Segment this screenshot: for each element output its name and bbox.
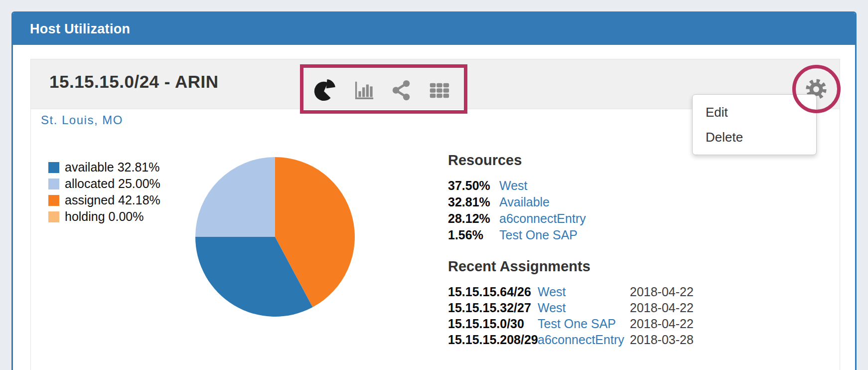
resource-percent: 32.81% [448,194,499,210]
assignment-resource-link[interactable]: West [538,284,630,300]
assignment-row: 15.15.15.0/30Test One SAP2018-04-22 [448,316,747,332]
legend-item: holding 0.00% [48,208,160,225]
grid-icon[interactable] [428,79,450,102]
assignment-block: 15.15.15.32/27 [448,300,538,316]
assignment-block: 15.15.15.64/26 [448,284,538,300]
pie-chart-icon[interactable] [313,79,336,102]
legend-label: assigned 42.18% [65,193,160,207]
pie-slice-allocated [195,157,275,237]
resource-link[interactable]: Test One SAP [499,228,578,242]
legend-label: holding 0.00% [65,209,144,224]
assignment-date: 2018-04-22 [630,317,694,331]
legend-item: assigned 42.18% [48,192,160,208]
details-column: Resources 37.50%West32.81%Available28.12… [448,152,747,348]
resource-link[interactable]: Available [499,195,550,209]
utilization-pie-chart [195,157,355,317]
legend-label: available 32.81% [65,160,159,175]
legend-swatch [48,179,59,189]
menu-item-delete[interactable]: Delete [693,125,816,150]
resources-rows: 37.50%West32.81%Available28.12%a6connect… [448,178,747,243]
legend-swatch [48,162,59,173]
resource-row: 32.81%Available [448,194,747,210]
legend-item: allocated 25.00% [48,176,160,192]
resource-link[interactable]: West [499,179,528,192]
assignment-block: 15.15.15.0/30 [448,316,538,332]
recent-assignments-rows: 15.15.15.64/26West2018-04-2215.15.15.32/… [448,284,747,348]
pie-legend: available 32.81%allocated 25.00%assigned… [48,159,160,225]
legend-label: allocated 25.00% [65,177,160,191]
resource-percent: 1.56% [448,227,499,243]
location-link[interactable]: St. Louis, MO [41,113,123,127]
legend-swatch [48,211,59,222]
resource-percent: 28.12% [448,210,499,227]
recent-assignments-heading: Recent Assignments [448,258,747,275]
legend-item: available 32.81% [48,159,160,176]
assignment-row: 15.15.15.64/26West2018-04-22 [448,284,747,300]
share-icon[interactable] [390,79,413,102]
host-utilization-panel: Host Utilization 15.15.15.0/24 - ARIN [11,11,857,370]
subnet-card: 15.15.15.0/24 - ARIN [30,59,840,370]
assignment-row: 15.15.15.208/29a6connectEntry2018-03-28 [448,332,747,348]
panel-header: Host Utilization [13,13,855,45]
resource-row: 1.56%Test One SAP [448,227,747,243]
panel-title: Host Utilization [30,21,130,37]
resource-row: 37.50%West [448,178,747,194]
assignment-date: 2018-04-22 [630,285,694,299]
resource-row: 28.12%a6connectEntry [448,210,747,227]
assignment-date: 2018-03-28 [630,333,694,347]
assignment-resource-link[interactable]: a6connectEntry [538,332,630,348]
assignment-resource-link[interactable]: West [538,300,630,316]
subnet-title: 15.15.15.0/24 - ARIN [49,72,218,92]
settings-dropdown-menu: EditDelete [692,94,817,155]
legend-swatch [48,195,59,206]
assignment-resource-link[interactable]: Test One SAP [538,316,630,332]
menu-item-edit[interactable]: Edit [693,100,816,125]
assignment-row: 15.15.15.32/27West2018-04-22 [448,300,747,316]
resource-percent: 37.50% [448,178,499,194]
assignment-date: 2018-04-22 [630,301,694,315]
resource-link[interactable]: a6connectEntry [499,211,586,225]
bar-chart-icon[interactable] [352,79,375,102]
assignment-block: 15.15.15.208/29 [448,332,538,348]
